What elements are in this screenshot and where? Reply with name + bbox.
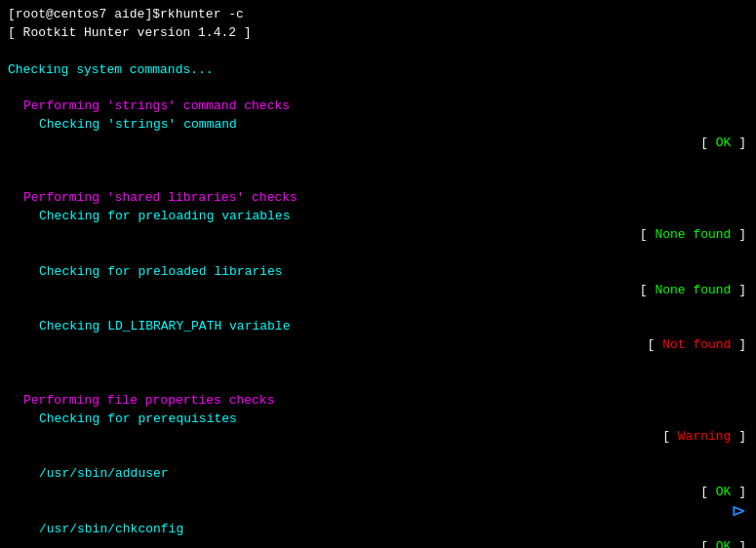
file-props-section: Performing file properties checks <box>8 392 748 411</box>
ld-library-path-label: Checking LD_LIBRARY_PATH variable <box>39 318 290 336</box>
blank-line-4 <box>8 373 748 392</box>
strings-check-label: Checking 'strings' command <box>39 116 237 135</box>
preloading-vars-label: Checking for preloading variables <box>39 208 290 226</box>
prerequisites-label: Checking for prerequisites <box>39 411 237 429</box>
adduser-label: /usr/sbin/adduser <box>39 465 169 484</box>
terminal: [root@centos7 aide]$rkhunter -c [ Rootki… <box>0 0 756 548</box>
none-found-bracket-close-2: ] <box>731 283 746 297</box>
system-commands-text: Checking system commands... <box>8 61 214 80</box>
ld-library-path-line: Checking LD_LIBRARY_PATH variable [ Not … <box>8 318 748 373</box>
chkconfig-label: /usr/sbin/chkconfig <box>39 521 183 539</box>
none-found-bracket-close-1: ] <box>731 227 746 242</box>
command: rkhunter -c <box>160 6 244 24</box>
none-found-status-1: None found <box>655 227 731 242</box>
prompt: [root@centos7 aide]$ <box>8 6 160 24</box>
warning-status-1: Warning <box>678 429 732 444</box>
blank-line-1 <box>8 43 748 61</box>
strings-section-text: Performing 'strings' command checks <box>23 98 290 116</box>
ok-bracket-open-3: [ <box>700 539 716 548</box>
ok-bracket-close-3: ] <box>731 539 746 548</box>
file-props-text: Performing file properties checks <box>23 392 274 411</box>
none-found-status-2: None found <box>655 283 731 297</box>
system-commands-header: Checking system commands... <box>8 61 748 80</box>
none-found-bracket-open-2: [ <box>640 283 656 297</box>
strings-check-line: Checking 'strings' command [ OK ] <box>8 116 748 172</box>
warning-bracket-open-1: [ <box>662 429 678 444</box>
blank-line-2 <box>8 79 748 98</box>
preloaded-libs-line: Checking for preloaded libraries [ None … <box>8 263 748 319</box>
none-found-bracket-open-1: [ <box>640 227 656 242</box>
not-found-bracket-open: [ <box>648 337 663 352</box>
warning-bracket-close-1: ] <box>731 429 746 444</box>
ok-bracket-close-1: ] <box>731 136 746 150</box>
ok-status-1: OK <box>716 136 732 150</box>
ok-status-3: OK <box>716 539 732 548</box>
strings-section: Performing 'strings' command checks <box>8 98 748 116</box>
blank-line-3 <box>8 172 748 190</box>
prerequisites-line: Checking for prerequisites [ Warning ] <box>8 411 748 466</box>
adduser-line: /usr/sbin/adduser [ OK ] <box>8 465 748 521</box>
shared-libs-text: Performing 'shared libraries' checks <box>23 189 298 208</box>
mouse-cursor: ⊳ <box>731 501 746 521</box>
shared-libs-section: Performing 'shared libraries' checks <box>8 189 748 208</box>
preloaded-libs-label: Checking for preloaded libraries <box>39 263 283 282</box>
not-found-status: Not found <box>662 337 731 352</box>
chkconfig-line: /usr/sbin/chkconfig [ OK ] <box>8 521 748 548</box>
preloading-vars-line: Checking for preloading variables [ None… <box>8 208 748 263</box>
version-text: [ Rootkit Hunter version 1.4.2 ] <box>8 24 252 43</box>
prompt-line: [root@centos7 aide]$rkhunter -c <box>8 6 748 24</box>
ok-bracket-open-2: [ <box>700 485 716 499</box>
version-line: [ Rootkit Hunter version 1.4.2 ] <box>8 24 748 43</box>
not-found-bracket-close: ] <box>731 337 746 352</box>
ok-bracket-open-1: [ <box>700 136 716 150</box>
ok-status-2: OK <box>716 485 732 499</box>
